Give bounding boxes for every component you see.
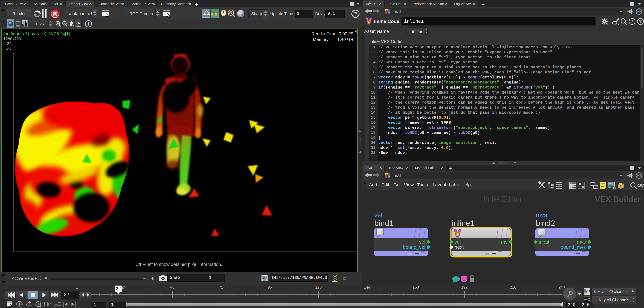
svg-text:input: input [539,239,549,245]
svg-text:?: ? [639,19,642,24]
svg-text:next: next [454,245,464,250]
svg-text:vel: vel [419,239,425,245]
svg-text:mvs: mvs [577,239,586,245]
svg-text:i: i [632,19,633,24]
svg-text:?: ? [354,11,357,16]
svg-text:bound_mvs: bound_mvs [560,245,586,250]
svg-text:mv: mv [501,239,508,245]
svg-text:vel: vel [454,239,461,245]
svg-text:i: i [88,21,89,26]
svg-text:bound_vel: bound_vel [403,245,425,250]
